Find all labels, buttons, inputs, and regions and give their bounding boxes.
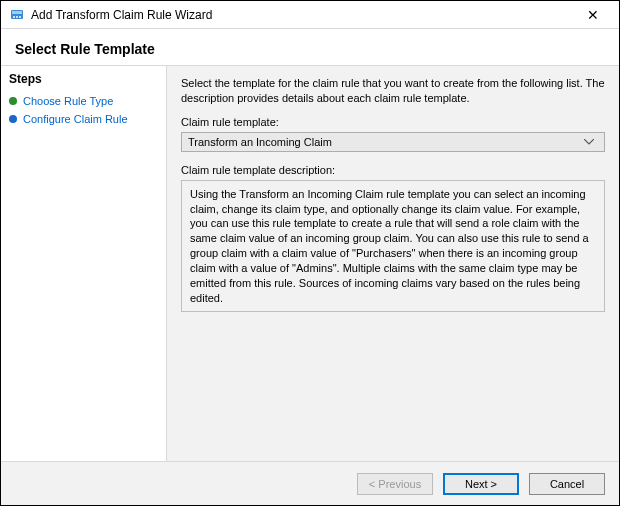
steps-heading: Steps [9,72,158,86]
steps-sidebar: Steps Choose Rule Type Configure Claim R… [1,66,167,461]
template-label: Claim rule template: [181,116,605,128]
main-panel: Select the template for the claim rule t… [167,66,619,461]
step-label: Choose Rule Type [23,95,113,107]
description-label: Claim rule template description: [181,164,605,176]
wizard-footer: < Previous Next > Cancel [1,461,619,505]
previous-button: < Previous [357,473,433,495]
cancel-button[interactable]: Cancel [529,473,605,495]
next-button[interactable]: Next > [443,473,519,495]
select-value: Transform an Incoming Claim [188,136,584,148]
titlebar: Add Transform Claim Rule Wizard ✕ [1,1,619,29]
svg-point-4 [19,16,21,18]
step-bullet-icon [9,115,17,123]
template-description: Using the Transform an Incoming Claim ru… [181,180,605,313]
page-title: Select Rule Template [1,29,619,65]
intro-text: Select the template for the claim rule t… [181,76,605,106]
chevron-down-icon [584,139,600,145]
step-bullet-icon [9,97,17,105]
wizard-window: Add Transform Claim Rule Wizard ✕ Select… [0,0,620,506]
window-title: Add Transform Claim Rule Wizard [31,8,573,22]
svg-point-2 [13,16,15,18]
step-choose-rule-type[interactable]: Choose Rule Type [9,92,158,110]
svg-point-3 [16,16,18,18]
step-configure-claim-rule[interactable]: Configure Claim Rule [9,110,158,128]
step-label: Configure Claim Rule [23,113,128,125]
close-icon[interactable]: ✕ [573,1,613,28]
claim-rule-template-select[interactable]: Transform an Incoming Claim [181,132,605,152]
app-icon [9,7,25,23]
wizard-body: Steps Choose Rule Type Configure Claim R… [1,65,619,461]
svg-rect-1 [12,11,22,14]
